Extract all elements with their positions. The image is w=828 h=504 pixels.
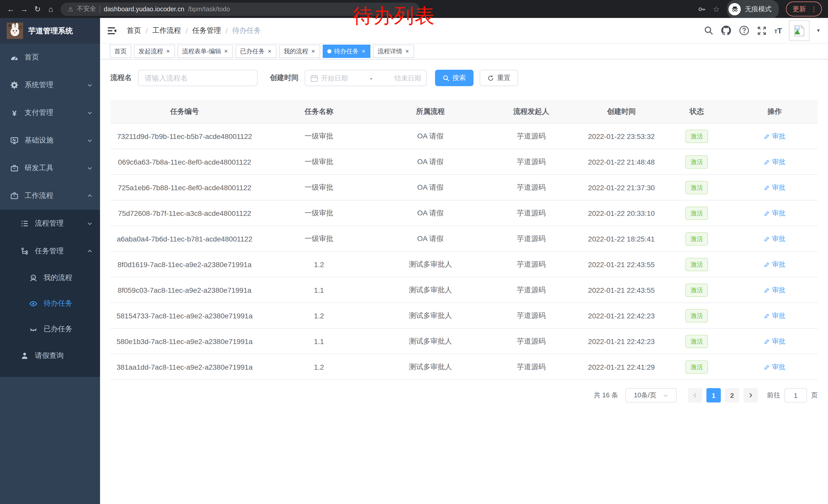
breadcrumb-separator: / [226, 27, 228, 35]
close-icon[interactable]: × [166, 48, 170, 54]
prev-page-button[interactable] [688, 388, 702, 403]
bookmark-star-icon[interactable]: ☆ [713, 4, 720, 13]
sidebar-item-todo-tasks[interactable]: 待办任务 [0, 291, 100, 316]
approve-button[interactable]: 审批 [764, 285, 785, 294]
status-badge: 激活 [686, 181, 708, 194]
fullscreen-icon[interactable] [757, 26, 767, 36]
col-task-id: 任务编号 [110, 100, 259, 123]
sidebar-item-home[interactable]: 首页 [0, 44, 100, 71]
tab-form-edit[interactable]: 流程表单-编辑× [177, 45, 233, 58]
help-icon[interactable] [739, 25, 749, 36]
approve-button[interactable]: 审批 [764, 362, 785, 371]
approve-button[interactable]: 审批 [764, 209, 785, 218]
close-icon[interactable]: × [361, 48, 366, 54]
cell-task-name: 一级审批 [259, 149, 379, 175]
date-range-picker[interactable]: - [305, 70, 427, 86]
sidebar-item-process-management[interactable]: 流程管理 [0, 210, 100, 237]
cell-created: 2022-01-21 22:42:23 [581, 303, 662, 328]
key-icon[interactable] [697, 5, 706, 13]
search-button[interactable]: 搜索 [435, 70, 473, 86]
cell-process: 测试多审批人 [379, 251, 482, 277]
table-row: 8f059c03-7ac8-11ec-a9e2-a2380e71991a 1.1… [110, 277, 818, 303]
tab-my-process[interactable]: 我的流程× [279, 45, 320, 58]
reset-button[interactable]: 重置 [480, 70, 518, 86]
sidebar-logo[interactable]: 芋道管理系统 [0, 18, 100, 44]
close-icon[interactable]: × [224, 48, 228, 54]
calendar-icon [310, 74, 318, 82]
approve-button[interactable]: 审批 [764, 234, 785, 243]
sidebar-fold-icon[interactable] [108, 27, 117, 35]
approve-button[interactable]: 审批 [764, 311, 785, 320]
end-date-input[interactable] [382, 74, 421, 82]
close-icon[interactable]: × [405, 48, 409, 54]
page-content: 流程名 创建时间 - 搜索 [100, 59, 828, 504]
tab-home[interactable]: 首页 [110, 45, 131, 58]
browser-update-button[interactable]: 更新 ⋮ [786, 2, 822, 16]
cell-task-name: 1.1 [259, 328, 379, 354]
sidebar: 芋道管理系统 首页 系统管理 ¥ 支付管理 [0, 18, 100, 504]
app-title: 芋道管理系统 [28, 26, 73, 36]
forward-icon[interactable]: → [17, 5, 31, 13]
close-icon[interactable]: × [311, 48, 316, 54]
sidebar-item-infrastructure[interactable]: 基础设施 [0, 127, 100, 154]
close-icon[interactable]: × [267, 48, 272, 54]
sidebar-item-label: 待办任务 [44, 299, 72, 308]
breadcrumb-current: 待办任务 [232, 26, 261, 35]
breadcrumb-home[interactable]: 首页 [127, 26, 141, 35]
breadcrumb-workflow[interactable]: 工作流程 [152, 26, 181, 35]
goto-label: 前往 [767, 391, 780, 400]
approve-button[interactable]: 审批 [764, 183, 785, 192]
cell-process: OA 请假 [379, 149, 482, 175]
sidebar-item-task-management[interactable]: 任务管理 [0, 237, 100, 265]
goto-page-input[interactable] [784, 388, 807, 403]
reload-icon[interactable]: ↻ [31, 4, 44, 13]
start-date-input[interactable] [321, 74, 360, 82]
tab-done-tasks[interactable]: 已办任务× [236, 45, 277, 58]
page-button-2[interactable]: 2 [725, 388, 739, 403]
cell-process: OA 请假 [379, 226, 482, 251]
cell-created: 2022-01-22 23:53:32 [581, 123, 662, 149]
sidebar-item-workflow[interactable]: 工作流程 [0, 182, 100, 210]
col-status: 状态 [662, 100, 731, 123]
cell-process: 测试多审批人 [379, 277, 482, 303]
tab-process-detail[interactable]: 流程详情× [373, 45, 414, 58]
approve-button[interactable]: 审批 [764, 336, 785, 346]
next-page-button[interactable] [743, 388, 758, 403]
navbar-tools: TT ▾ [704, 20, 820, 41]
back-icon[interactable]: ← [4, 5, 17, 13]
tab-start-process[interactable]: 发起流程× [134, 45, 175, 58]
approve-button[interactable]: 审批 [764, 260, 785, 269]
sidebar-item-devtools[interactable]: 研发工具 [0, 154, 100, 182]
page-button-1[interactable]: 1 [706, 388, 721, 403]
sidebar-item-my-process[interactable]: 我的流程 [0, 265, 100, 291]
process-name-input[interactable] [138, 70, 257, 86]
cell-task-id: 069c6a63-7b8a-11ec-8ef0-acde48001122 [110, 149, 259, 175]
breadcrumb-task-management[interactable]: 任务管理 [192, 26, 221, 35]
approve-button[interactable]: 审批 [764, 157, 785, 166]
cell-process: 测试多审批人 [379, 354, 482, 380]
approve-button[interactable]: 审批 [764, 132, 785, 141]
font-size-icon[interactable]: TT [774, 27, 782, 34]
cell-created: 2022-01-21 22:43:55 [581, 277, 662, 303]
github-icon[interactable] [721, 25, 732, 36]
tab-todo-tasks[interactable]: 待办任务× [323, 45, 370, 58]
browser-menu-icon[interactable]: ⋮ [811, 5, 817, 13]
sidebar-item-done-tasks[interactable]: 已办任务 [0, 316, 100, 342]
breadcrumb-separator: / [146, 27, 148, 35]
security-label: 不安全 [77, 5, 96, 13]
status-badge: 激活 [686, 207, 708, 220]
search-icon[interactable] [704, 26, 714, 35]
cell-task-name: 一级审批 [259, 175, 379, 200]
table-row: a6aba0a4-7b6d-11ec-b781-acde48001122 一级审… [110, 226, 818, 251]
caret-down-icon[interactable]: ▾ [817, 27, 820, 34]
cell-starter: 芋道源码 [482, 328, 581, 354]
home-icon[interactable]: ⌂ [44, 5, 57, 13]
sidebar-item-system[interactable]: 系统管理 [0, 71, 100, 99]
page-size-select[interactable]: 10条/页 [625, 388, 677, 403]
sidebar-item-label: 首页 [25, 53, 39, 62]
cell-process: 测试多审批人 [379, 328, 482, 354]
sidebar-item-leave-query[interactable]: 请假查询 [0, 342, 100, 370]
sidebar-item-payment[interactable]: ¥ 支付管理 [0, 99, 100, 127]
face-icon [29, 274, 37, 282]
avatar[interactable] [789, 20, 810, 41]
